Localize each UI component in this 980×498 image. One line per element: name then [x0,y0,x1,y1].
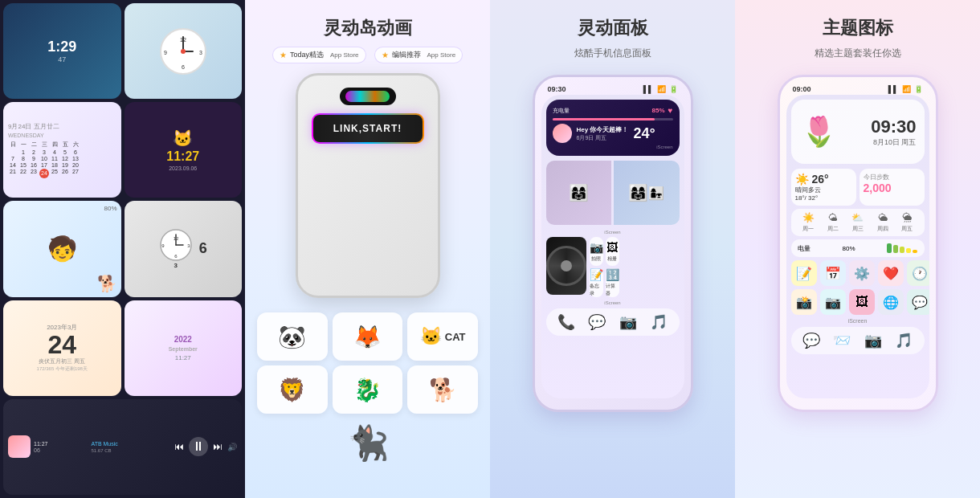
weekly-weather: ☀️ 周一 🌤 周二 ⛅ 周三 🌥 周四 🌦 周五 [791,209,925,236]
theme-icon-messages[interactable]: 💬 [907,289,929,315]
widget-lunar: 2022 September 11:27 [125,300,243,396]
cat-item-cat: 🐱 CAT [407,312,478,361]
panel4-title: 主题图标 [823,16,893,40]
phone-mockup-3: 09:30 ▌▌ 📶 🔋 充电量 85% ♥ [533,75,693,412]
svg-text:3: 3 [199,50,202,55]
widget-player: 11:27 06 ATB Music 51.67 CB ⏮ ⏸ ⏭ 🔊 [3,399,242,495]
clock-svg: 12 3 6 9 [159,27,207,76]
theme-icon-health[interactable]: ❤️ [878,260,904,286]
svg-point-7 [181,49,186,54]
cat-item-panda: 🐼 [257,312,328,361]
theme-icon-photo[interactable]: 📷 [820,289,846,315]
theme-icon-calendar[interactable]: 📅 [820,260,846,286]
cat-item-fox: 🦊 [333,312,403,361]
prev-icon[interactable]: ⏮ [174,441,184,452]
cat-item-dog: 🐕 [407,365,478,414]
photo-grid: 👩‍👧 [546,161,680,225]
volume-icon[interactable]: 🔊 [227,443,237,451]
dynamic-island [340,88,396,105]
widget-character: 80% 🧒 🐕 [3,201,121,296]
panel-dynamic-island: 灵动岛动画 ★ Today精选 App Store ★ 编辑推荐 App Sto… [245,0,490,498]
time-widget: 🌷 09:30 8月10日 周五 [791,100,925,164]
app-icon-calc[interactable]: 🔢 计算器 [606,268,619,297]
dock-music[interactable]: 🎵 [650,313,668,331]
app-icons-grid: 📝 📅 ⚙️ ❤️ 🕐 28 📸 📷 🖼 🌐 💬 [791,260,925,315]
steps-widget: 今日步数 2,000 [860,169,925,206]
info-panel: 充电量 85% ♥ Hey 你今天超棒！ 6月9日 周五 24° [546,100,680,156]
phone-mockup-4: 09:00 ▌▌ 📶 🔋 🌷 09:30 8月10日 周五 ☀️ 26° 晴 [778,75,938,412]
theme-icon-clock[interactable]: 🕐 28 [907,260,929,286]
widget-calendar: 9月24日 五月廿二 WEDNESDAY 日一二三四五六 123456 7891… [3,102,121,198]
theme-icon-camera2[interactable]: 📸 [791,289,817,315]
panel-smart-panel: 灵动面板 炫酷手机信息面板 09:30 ▌▌ 📶 🔋 充电量 85% ♥ [490,0,735,498]
dock-messenger[interactable]: 💬 [588,313,606,331]
panel3-subtitle: 炫酷手机信息面板 [574,47,651,60]
dock4-instagram[interactable]: 📷 [864,332,882,349]
status-bar-4: 09:00 ▌▌ 📶 🔋 [786,84,929,95]
svg-text:6: 6 [182,64,185,70]
panel3-title: 灵动面板 [578,16,648,40]
panel2-badges: ★ Today精选 App Store ★ 编辑推荐 App Store [272,47,463,63]
widget-date: 2023年3月 24 炎伏五月初三 周五 172/365 今年还剩198天 [3,300,121,396]
bottom-dock-4: 💬 📨 📷 🎵 [791,327,925,354]
dock-phone[interactable]: 📞 [557,313,575,331]
app-icon-photos[interactable]: 🖼 相册 [606,237,619,266]
panel-theme-icons: 主题图标 精选主题套装任你选 09:00 ▌▌ 📶 🔋 🌷 09:30 8月10… [735,0,980,498]
app-icon-camera[interactable]: 📷 拍照 [590,237,603,266]
link-start-btn: LINK,START! [312,113,424,144]
weather-widget: ☀️ 26° 晴间多云 18°/ 32° [791,169,856,206]
app-icon-notes[interactable]: 📝 备忘录 [590,268,603,297]
widget-macbook: 12 3 6 9 3 6 [125,201,243,296]
panel4-subtitle: 精选主题套装任你选 [815,47,901,60]
bottom-dock: 📞 💬 📷 🎵 [546,308,680,336]
widget-clock: 12 3 6 9 [125,3,243,99]
badge-editor: ★ 编辑推荐 App Store [374,47,463,63]
dock-instagram[interactable]: 📷 [619,313,637,331]
widget-pixel: 🐱 11:27 2023.09.06 [125,102,243,198]
theme-icon-settings[interactable]: ⚙️ [849,260,875,286]
bottom-black-cat: 🐈‍⬛ [347,423,389,463]
battery-widget: 电量 80% [791,239,925,257]
next-icon[interactable]: ⏭ [213,441,223,452]
phone-mockup-2: LINK,START! [296,73,440,298]
panel2-title: 灵动岛动画 [324,16,412,40]
cat-grid: 🐼 🦊 🐱 CAT 🦁 🐉 🐕 [257,312,478,414]
theme-icon-safari[interactable]: 🌐 [878,289,904,315]
cat-item-fire: 🦁 [257,365,328,414]
svg-text:9: 9 [164,50,167,55]
widget-time: 1:29 47 [3,3,121,99]
badge-today: ★ Today精选 App Store [272,47,366,63]
theme-icon-gallery[interactable]: 🖼 [849,289,875,315]
cat-item-dragon: 🐉 [333,365,403,414]
theme-icon-notes[interactable]: 📝 [791,260,817,286]
dock4-music[interactable]: 🎵 [895,332,913,349]
panel-widgets: 1:29 47 12 3 6 9 9月24日 五月廿二 WEDNESDAY 日一… [0,0,245,498]
avatar [553,124,572,143]
vinyl-cell [546,237,586,295]
dock4-whatsapp[interactable]: 💬 [802,332,820,349]
status-bar-3: 09:30 ▌▌ 📶 🔋 [541,84,684,95]
dock4-messenger[interactable]: 📨 [833,332,851,349]
play-icon[interactable]: ⏸ [189,437,208,456]
tulip-icon: 🌷 [799,108,839,156]
